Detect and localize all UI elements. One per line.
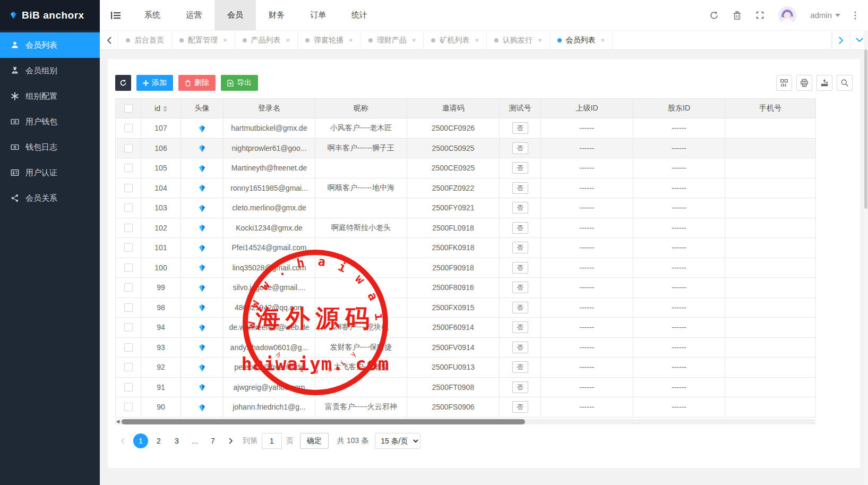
row-checkbox[interactable] — [124, 224, 133, 232]
add-button[interactable]: 添加 — [136, 75, 173, 91]
test-flag-badge[interactable]: 否 — [512, 182, 528, 194]
search-icon[interactable] — [837, 75, 853, 91]
tab-close-icon[interactable]: × — [286, 36, 290, 44]
tab-close-icon[interactable]: × — [601, 36, 605, 44]
export-data-icon[interactable] — [817, 75, 832, 91]
column-header-1: 头像 — [181, 99, 224, 118]
sidebar-item-5[interactable]: 用户认证 — [0, 160, 100, 185]
caret-down-icon — [835, 14, 840, 17]
row-checkbox[interactable] — [124, 303, 133, 312]
test-flag-badge[interactable]: 否 — [512, 342, 528, 353]
row-checkbox[interactable] — [124, 363, 133, 371]
nav-item-1[interactable]: 运营 — [173, 0, 214, 30]
test-flag-badge[interactable]: 否 — [512, 401, 528, 413]
row-checkbox[interactable] — [124, 203, 133, 212]
row-checkbox[interactable] — [124, 243, 133, 252]
row-checkbox[interactable] — [124, 124, 133, 132]
page-number-2[interactable]: 2 — [151, 433, 166, 448]
test-flag-badge[interactable]: 否 — [512, 282, 528, 293]
row-checkbox[interactable] — [124, 184, 133, 192]
more-dots-icon[interactable] — [854, 11, 856, 20]
sidebar-item-1[interactable]: 会员组别 — [0, 58, 100, 83]
tab-5[interactable]: 矿机列表× — [423, 31, 487, 49]
columns-icon[interactable] — [776, 75, 792, 91]
horizontal-scrollbar[interactable]: ◀ — [115, 419, 815, 424]
tab-close-icon[interactable]: × — [412, 36, 416, 44]
row-checkbox[interactable] — [124, 383, 133, 392]
page-number-1[interactable]: 1 — [133, 433, 148, 448]
export-button[interactable]: 导出 — [221, 75, 258, 91]
row-checkbox[interactable] — [124, 283, 133, 292]
printer-icon[interactable] — [796, 75, 812, 91]
fullscreen-icon[interactable] — [755, 11, 764, 20]
refresh-icon[interactable] — [709, 11, 719, 20]
tabs-scroll-right-icon[interactable] — [832, 31, 850, 49]
test-flag-badge[interactable]: 否 — [512, 381, 528, 393]
row-checkbox[interactable] — [124, 343, 133, 352]
select-all-checkbox[interactable] — [124, 104, 133, 113]
cell-login: nightprowler61@goo... — [224, 138, 315, 158]
page-size-select[interactable]: 15 条/页 — [375, 433, 420, 449]
avatar-gem-icon — [198, 364, 206, 372]
cell-login: ajwgreig@yahoo.com — [224, 377, 315, 397]
avatar[interactable] — [778, 6, 796, 24]
tab-6[interactable]: 认购发行× — [486, 31, 550, 49]
row-checkbox[interactable] — [124, 164, 133, 172]
tab-1[interactable]: 配置管理× — [171, 31, 235, 49]
sidebar-item-3[interactable]: 用户钱包 — [0, 109, 100, 134]
nav-item-2[interactable]: 会员 — [214, 0, 256, 30]
prev-page-icon[interactable] — [115, 433, 130, 448]
nav-item-0[interactable]: 系统 — [132, 0, 173, 30]
user-menu[interactable]: admin — [810, 11, 840, 20]
nav-item-4[interactable]: 订单 — [297, 0, 339, 30]
test-flag-badge[interactable]: 否 — [512, 321, 528, 333]
row-checkbox[interactable] — [124, 403, 133, 411]
tab-close-icon[interactable]: × — [538, 36, 542, 44]
tab-4[interactable]: 理财产品× — [360, 31, 424, 49]
tab-0[interactable]: 后台首页 — [118, 31, 172, 49]
row-checkbox[interactable] — [124, 323, 133, 331]
test-flag-badge[interactable]: 否 — [512, 262, 528, 274]
test-flag-badge[interactable]: 否 — [512, 361, 528, 373]
cell-invite-code: 2500FK0918 — [407, 238, 500, 258]
page-number-3[interactable]: 3 — [169, 433, 184, 448]
sort-icon[interactable] — [163, 106, 167, 112]
sidebar-item-2[interactable]: 组别配置 — [0, 83, 100, 109]
test-flag-badge[interactable]: 否 — [512, 302, 528, 313]
row-checkbox[interactable] — [124, 263, 133, 272]
next-page-icon[interactable] — [224, 433, 238, 448]
cell-invite-code: 2500FV0914 — [407, 337, 500, 358]
test-flag-badge[interactable]: 否 — [512, 142, 528, 154]
goto-confirm-button[interactable]: 确定 — [300, 433, 329, 449]
page-number-7[interactable]: 7 — [205, 433, 220, 448]
sidebar-toggle-icon[interactable] — [100, 11, 132, 20]
test-flag-badge[interactable]: 否 — [512, 242, 528, 253]
tab-close-icon[interactable]: × — [223, 36, 227, 44]
tab-2[interactable]: 产品列表× — [235, 31, 298, 49]
trash-icon[interactable] — [733, 11, 742, 20]
horizontal-scroll-thumb[interactable] — [122, 419, 525, 424]
tab-close-icon[interactable]: × — [475, 36, 479, 44]
delete-button[interactable]: 删除 — [178, 75, 216, 91]
test-flag-badge[interactable]: 否 — [512, 202, 528, 214]
test-flag-badge[interactable]: 否 — [512, 122, 528, 134]
tab-controls — [831, 31, 868, 49]
tab-close-icon[interactable]: × — [349, 36, 353, 44]
scroll-left-arrow-icon[interactable]: ◀ — [115, 419, 121, 424]
row-checkbox[interactable] — [124, 144, 133, 152]
nav-item-3[interactable]: 财务 — [256, 0, 297, 30]
table-refresh-button[interactable] — [115, 75, 131, 91]
cell-nick — [315, 297, 407, 318]
test-flag-badge[interactable]: 否 — [512, 162, 528, 174]
tab-3[interactable]: 弹窗轮播× — [297, 31, 361, 49]
nav-item-5[interactable]: 统计 — [339, 0, 380, 30]
sidebar-item-0[interactable]: 会员列表 — [0, 32, 100, 58]
vertical-scrollbar[interactable] — [864, 30, 868, 485]
sidebar-item-4[interactable]: 钱包日志 — [0, 134, 100, 160]
test-flag-badge[interactable]: 否 — [512, 222, 528, 234]
tabs-scroll-left-icon[interactable] — [100, 31, 118, 49]
vertical-scroll-thumb[interactable] — [864, 49, 867, 209]
sidebar-item-6[interactable]: 会员关系 — [0, 185, 100, 211]
tab-7[interactable]: 会员列表× — [549, 31, 613, 49]
goto-page-input[interactable] — [262, 433, 282, 449]
